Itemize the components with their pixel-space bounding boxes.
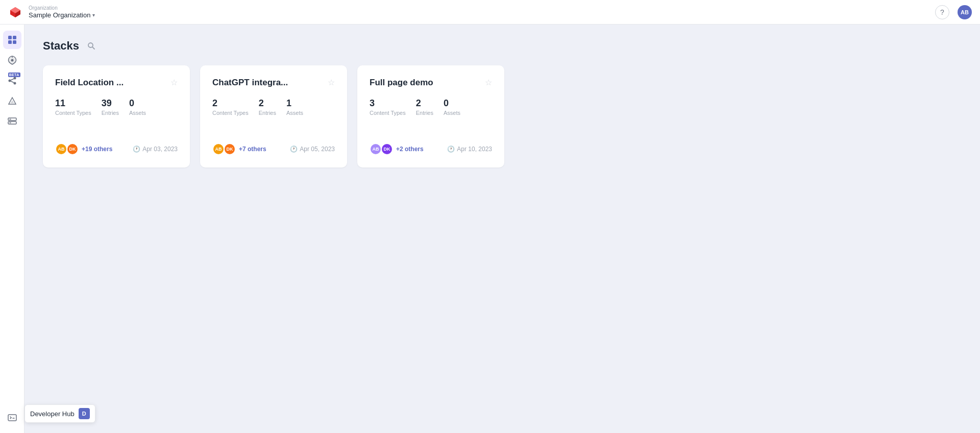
stat-entries: 2 Entries <box>416 98 433 116</box>
beta-badge: BETA <box>8 73 20 77</box>
card-footer: AB DK +19 others 🕐 Apr 03, 2023 <box>55 143 178 155</box>
card-date: 🕐 Apr 10, 2023 <box>447 146 492 153</box>
assets-count: 0 <box>444 98 460 109</box>
content-types-label: Content Types <box>55 109 91 116</box>
avatar-ab: AB <box>55 143 67 155</box>
avatars-row: AB DK +19 others <box>55 143 112 155</box>
favorite-star-icon[interactable]: ☆ <box>485 78 492 87</box>
stat-entries: 2 Entries <box>259 98 276 116</box>
svg-point-6 <box>8 80 11 82</box>
assets-count: 0 <box>129 98 146 109</box>
others-count: +7 others <box>239 146 266 153</box>
date-text: Apr 10, 2023 <box>457 146 492 153</box>
svg-line-20 <box>92 47 94 49</box>
content-types-count: 11 <box>55 98 91 109</box>
organization-section: Organization Sample Organization ▾ <box>29 5 95 19</box>
sidebar-item-stacks[interactable] <box>3 31 21 49</box>
card-stats: 3 Content Types 2 Entries 0 Assets <box>370 98 492 116</box>
sidebar-item-storage[interactable] <box>3 112 21 131</box>
assets-count: 1 <box>286 98 303 109</box>
assets-label: Assets <box>444 109 460 116</box>
svg-rect-1 <box>13 36 16 39</box>
svg-line-9 <box>11 79 14 80</box>
search-icon <box>87 42 95 50</box>
content-types-label: Content Types <box>370 109 406 116</box>
svg-point-4 <box>11 59 13 62</box>
date-text: Apr 03, 2023 <box>142 146 178 153</box>
assets-label: Assets <box>286 109 303 116</box>
stack-card-field-location[interactable]: Field Location ... ☆ 11 Content Types 39… <box>43 65 190 167</box>
stack-card-full-page-demo[interactable]: Full page demo ☆ 3 Content Types 2 Entri… <box>357 65 504 167</box>
card-date: 🕐 Apr 05, 2023 <box>290 146 335 153</box>
card-header: Full page demo ☆ <box>370 78 492 88</box>
sidebar-item-launch[interactable] <box>3 51 21 69</box>
launch-icon <box>7 55 17 65</box>
svg-rect-15 <box>8 415 16 421</box>
card-stats: 11 Content Types 39 Entries 0 Assets <box>55 98 178 116</box>
card-date: 🕐 Apr 03, 2023 <box>133 146 178 153</box>
svg-rect-2 <box>8 40 12 44</box>
favorite-star-icon[interactable]: ☆ <box>170 78 178 87</box>
developer-hub-badge: D <box>79 408 90 419</box>
card-footer: AB DK +7 others 🕐 Apr 05, 2023 <box>212 143 335 155</box>
user-avatar[interactable]: AB <box>958 5 972 19</box>
entries-count: 39 <box>102 98 119 109</box>
svg-rect-0 <box>8 36 12 39</box>
card-title: Field Location ... <box>55 78 124 88</box>
card-header: ChatGPT integra... ☆ <box>212 78 335 88</box>
org-name-dropdown[interactable]: Sample Organization ▾ <box>29 11 95 19</box>
avatar-dk: DK <box>224 143 236 155</box>
sidebar-item-api[interactable]: BETA <box>3 71 21 90</box>
search-button[interactable] <box>84 39 99 53</box>
storage-icon <box>7 116 17 127</box>
entries-count: 2 <box>416 98 433 109</box>
stat-content-types: 11 Content Types <box>55 98 91 116</box>
main-content: Stacks Field Location ... ☆ 11 Co <box>24 25 980 433</box>
avatar-dk: DK <box>381 143 393 155</box>
stat-assets: 0 Assets <box>129 98 146 116</box>
stat-assets: 1 Assets <box>286 98 303 116</box>
clock-icon: 🕐 <box>447 146 455 153</box>
avatar-dk: DK <box>66 143 79 155</box>
header-left: Organization Sample Organization ▾ <box>8 5 95 19</box>
card-stats: 2 Content Types 2 Entries 1 Assets <box>212 98 335 116</box>
card-title: Full page demo <box>370 78 433 88</box>
card-header: Field Location ... ☆ <box>55 78 178 88</box>
developer-hub-tooltip-label: Developer Hub <box>30 410 75 418</box>
stat-assets: 0 Assets <box>444 98 460 116</box>
svg-line-10 <box>11 81 14 83</box>
org-label: Organization <box>29 5 95 11</box>
svg-rect-3 <box>13 40 16 44</box>
content-types-label: Content Types <box>212 109 249 116</box>
sidebar-bottom <box>3 408 21 427</box>
card-footer: AB DK +2 others 🕐 Apr 10, 2023 <box>370 143 492 155</box>
avatars-row: AB DK +2 others <box>370 143 424 155</box>
favorite-star-icon[interactable]: ☆ <box>328 78 335 87</box>
main-layout: BETA <box>0 25 980 433</box>
sidebar-item-triangle[interactable] <box>3 92 21 110</box>
entries-label: Entries <box>416 109 433 116</box>
content-types-count: 2 <box>212 98 249 109</box>
stat-entries: 39 Entries <box>102 98 119 116</box>
entries-label: Entries <box>259 109 276 116</box>
cards-grid: Field Location ... ☆ 11 Content Types 39… <box>43 65 962 167</box>
top-header: Organization Sample Organization ▾ ? AB <box>0 0 980 25</box>
clock-icon: 🕐 <box>290 146 298 153</box>
page-title: Stacks <box>43 39 79 53</box>
sidebar-item-developer-hub[interactable] <box>3 408 21 427</box>
stat-content-types: 3 Content Types <box>370 98 406 116</box>
assets-label: Assets <box>129 109 146 116</box>
help-button[interactable]: ? <box>935 5 949 19</box>
date-text: Apr 05, 2023 <box>300 146 335 153</box>
avatar-ab: AB <box>212 143 225 155</box>
developer-hub-tooltip: Developer Hub D <box>24 404 95 423</box>
app-logo <box>8 5 22 19</box>
content-types-count: 3 <box>370 98 406 109</box>
entries-label: Entries <box>102 109 119 116</box>
others-count: +2 others <box>396 146 424 153</box>
sidebar: BETA <box>0 25 24 433</box>
others-count: +19 others <box>82 146 112 153</box>
avatar-ab: AB <box>370 143 382 155</box>
stack-card-chatgpt[interactable]: ChatGPT integra... ☆ 2 Content Types 2 E… <box>200 65 347 167</box>
developer-hub-icon <box>7 413 17 423</box>
